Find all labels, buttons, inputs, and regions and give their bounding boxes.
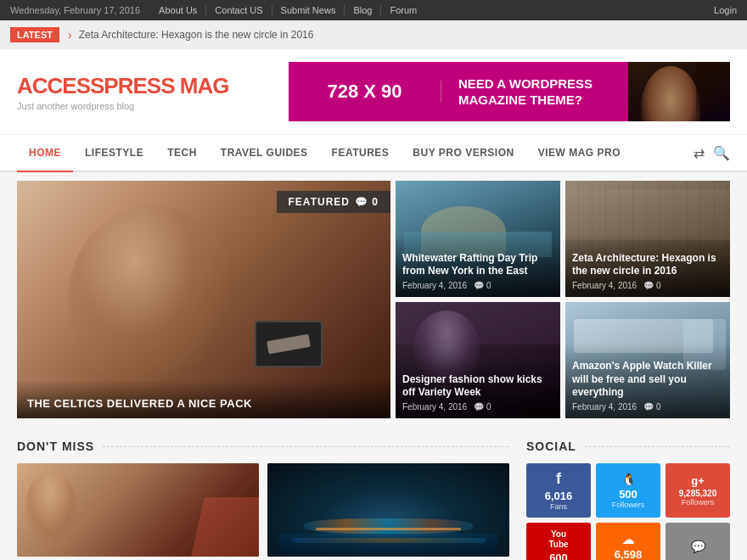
social-googleplus[interactable]: g+ 9,285,320 Followers (666, 463, 730, 518)
boat-image (267, 463, 509, 557)
banner-image (628, 62, 730, 121)
twitter-icon: 🐧 (621, 473, 636, 486)
dont-miss-section: DON'T MISS (17, 440, 509, 560)
social-cloud[interactable]: ☁ 6,598 (596, 523, 660, 560)
nav-home[interactable]: HOME (17, 135, 73, 172)
right-grid: Whitewater Rafting Day Trip from New Yor… (396, 181, 730, 418)
youtube-count: 600 (549, 552, 568, 560)
featured-label: FEATURED (289, 196, 350, 208)
breaking-label: LATEST (10, 27, 59, 42)
nav-about[interactable]: About Us (150, 5, 206, 15)
dm-card-1[interactable] (17, 463, 259, 557)
nav-view-mag[interactable]: VIEW MAG PRO (526, 135, 632, 172)
nav-blog[interactable]: Blog (345, 5, 381, 15)
card-rafting-date: February 4, 2016 (402, 281, 467, 290)
twitter-label: Followers (612, 501, 645, 509)
card-rafting[interactable]: Whitewater Rafting Day Trip from New Yor… (396, 181, 560, 297)
social-youtube[interactable]: YouTube 600 (526, 523, 591, 560)
nav-contact[interactable]: Contact US (206, 5, 272, 15)
card-fashion-overlay: Designer fashion show kicks off Variety … (396, 356, 560, 418)
social-divider (585, 446, 730, 447)
featured-grid: FEATURED 💬 0 THE CELTICS DELIVERED A NIC… (17, 181, 730, 418)
card-architecture-title: Zeta Architecture: Hexagon is the new ci… (572, 252, 723, 278)
googleplus-icon: g+ (691, 474, 705, 487)
cloud-icon: ☁ (622, 533, 634, 546)
nav-tech[interactable]: TECH (155, 135, 209, 172)
card-amazon-comments: 💬 0 (643, 402, 660, 412)
logo-main: ACCESSPRESS (17, 73, 175, 98)
breaking-arrow: › (68, 28, 72, 42)
facebook-label: Fans (550, 502, 567, 511)
shuffle-icon[interactable]: ⇄ (694, 145, 705, 161)
nav-items: HOME LIFESTYLE TECH TRAVEL GUIDES FeaTuR… (17, 135, 632, 171)
ad-banner[interactable]: 728 X 90 NEED A WORDPRESS MAGAZINE THEME… (289, 62, 730, 121)
googleplus-label: Followers (682, 498, 715, 507)
featured-large-card[interactable]: FEATURED 💬 0 THE CELTICS DELIVERED A NIC… (17, 181, 390, 418)
breaking-news-bar: LATEST › Zeta Architecture: Hexagon is t… (0, 20, 747, 49)
social-section: SOCIAL f 6,016 Fans 🐧 500 Followers g+ 9… (526, 440, 730, 560)
main-content: FEATURED 💬 0 THE CELTICS DELIVERED A NIC… (0, 172, 747, 427)
banner-size-label: 728 X 90 (289, 81, 441, 103)
card-amazon-overlay: Amazon's Apple Watch Killer will be free… (565, 343, 730, 418)
card-rafting-overlay: Whitewater Rafting Day Trip from New Yor… (396, 235, 560, 297)
search-icon[interactable]: 🔍 (713, 145, 730, 161)
card-architecture-date: February 4, 2016 (572, 281, 637, 290)
card-amazon-date: February 4, 2016 (572, 402, 637, 412)
card-amazon-meta: February 4, 2016 💬 0 (572, 402, 723, 412)
nav-submit[interactable]: Submit News (272, 5, 345, 15)
featured-comments: 💬 0 (355, 196, 379, 208)
dont-miss-divider (103, 446, 509, 447)
card-rafting-meta: February 4, 2016 💬 0 (402, 281, 553, 290)
breaking-text: Zeta Architecture: Hexagon is the new ci… (79, 29, 314, 41)
banner-text: NEED A WORDPRESS MAGAZINE THEME? (441, 76, 628, 109)
right-row-top: Whitewater Rafting Day Trip from New Yor… (396, 181, 730, 297)
banner-face-img (628, 62, 730, 121)
twitter-count: 500 (619, 488, 637, 501)
facebook-count: 6,016 (545, 490, 573, 502)
card-rafting-title: Whitewater Rafting Day Trip from New Yor… (402, 252, 553, 278)
logo-title: ACCESSPRESS MAG (17, 73, 228, 99)
nav-travel-guides[interactable]: TRAVEL GUIDES (209, 135, 320, 172)
card-architecture-comments: 💬 0 (643, 281, 660, 290)
nav-buy-pro[interactable]: BUY PRO VERSION (401, 135, 525, 172)
card-fashion-comments: 💬 0 (474, 402, 491, 412)
card-fashion-meta: February 4, 2016 💬 0 (402, 402, 553, 412)
social-twitter[interactable]: 🐧 500 Followers (596, 463, 660, 518)
youtube-icon: YouTube (548, 529, 568, 550)
site-header: ACCESSPRESS MAG Just another wordpress b… (0, 49, 747, 135)
dont-miss-title: DON'T MISS (17, 440, 103, 453)
topbar: Wednesday, February 17, 2016 About Us Co… (0, 0, 747, 20)
social-header: SOCIAL (526, 440, 730, 453)
dm-card-2[interactable] (267, 463, 509, 557)
site-logo[interactable]: ACCESSPRESS MAG Just another wordpress b… (17, 73, 228, 111)
topbar-nav: About Us Contact US Submit News Blog For… (150, 5, 425, 15)
card-fashion-date: February 4, 2016 (402, 402, 467, 412)
facebook-icon: f (556, 470, 561, 488)
cloud-count: 6,598 (615, 548, 643, 560)
social-chat[interactable]: 💬 (666, 523, 730, 560)
topbar-left: Wednesday, February 17, 2016 About Us Co… (10, 5, 425, 15)
card-fashion[interactable]: Designer fashion show kicks off Variety … (396, 302, 560, 418)
social-title: SOCIAL (526, 440, 585, 453)
social-buttons-grid: f 6,016 Fans 🐧 500 Followers g+ 9,285,32… (526, 463, 730, 560)
card-amazon-title: Amazon's Apple Watch Killer will be free… (572, 360, 723, 400)
logo-tagline: Just another wordpress blog (17, 101, 228, 111)
nav-features[interactable]: FeaTuRES (320, 135, 402, 172)
logo-accent: MAG (175, 73, 229, 98)
dont-miss-header: DON'T MISS (17, 440, 509, 453)
main-nav: HOME LIFESTYLE TECH TRAVEL GUIDES FeaTuR… (0, 135, 747, 172)
featured-badge: FEATURED 💬 0 (277, 191, 390, 213)
right-row-bottom: Designer fashion show kicks off Variety … (396, 302, 730, 418)
googleplus-count: 9,285,320 (679, 489, 717, 498)
bottom-sections: DON'T MISS (0, 427, 747, 560)
login-link[interactable]: Login (714, 5, 737, 15)
nav-forum[interactable]: Forum (381, 5, 425, 15)
featured-caption: THE CELTICS DELIVERED A NICE PACK (17, 380, 390, 418)
nav-lifestyle[interactable]: LIFESTYLE (73, 135, 155, 172)
card-architecture[interactable]: Zeta Architecture: Hexagon is the new ci… (565, 181, 730, 297)
social-facebook[interactable]: f 6,016 Fans (526, 463, 591, 518)
card-rafting-comments: 💬 0 (474, 281, 491, 290)
chat-icon: 💬 (691, 540, 705, 553)
card-amazon[interactable]: Amazon's Apple Watch Killer will be free… (565, 302, 730, 418)
dont-miss-cards (17, 463, 509, 557)
